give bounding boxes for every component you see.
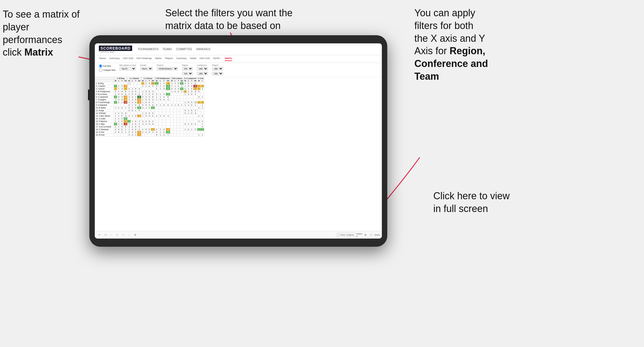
toolbar-undo[interactable]: ↩ <box>97 233 101 237</box>
cell-9-2: 0 <box>121 107 124 109</box>
compact-view-option[interactable]: Compact View <box>99 68 115 72</box>
max-players-select[interactable]: Top 25 <box>119 67 136 70</box>
sh-w2: W <box>128 80 131 82</box>
cell-16-12 <box>155 126 159 128</box>
cell-9-10: 0 <box>148 107 151 109</box>
nav-teams[interactable]: TEAMS <box>162 48 172 51</box>
cell-4-18 <box>177 93 180 96</box>
tab-matrix2[interactable]: Matrix <box>225 57 232 61</box>
cell-18-21 <box>187 131 190 134</box>
full-view-option[interactable]: Full View <box>99 64 115 68</box>
cell-18-2: 0 <box>121 131 124 134</box>
view-original-button[interactable]: □ View: Original <box>337 233 355 237</box>
cell-4-24 <box>197 93 201 96</box>
tab-detail[interactable]: Detail <box>190 57 196 61</box>
players-select2[interactable]: (All) <box>212 72 223 75</box>
watch-button[interactable]: Watch ▾ <box>357 233 361 237</box>
cell-10-16 <box>170 109 174 112</box>
tab-summary[interactable]: Summary <box>109 57 120 61</box>
fullscreen-icon[interactable]: ⛶ <box>369 233 373 237</box>
sh-w7: W <box>197 80 201 82</box>
cell-16-18 <box>177 126 180 128</box>
cell-5-25: 1 <box>201 96 204 98</box>
cell-17-15: -10 <box>166 128 170 131</box>
tab-players[interactable]: Players <box>165 57 173 61</box>
cell-8-24 <box>197 104 201 107</box>
cell-2-7: 0 <box>137 88 141 90</box>
tab-summary2[interactable]: Summary <box>176 57 187 61</box>
cell-14-24: 2 <box>197 120 201 123</box>
grid-icon[interactable]: ⊞ <box>363 233 367 237</box>
cell-17-11: -11 <box>151 128 155 131</box>
sh-l3: L <box>144 80 148 82</box>
players-select[interactable]: (All) <box>212 67 223 70</box>
cell-6-5: 2 <box>131 98 134 101</box>
cell-2-4: 0 <box>128 88 131 90</box>
tab-h2h-grid2[interactable]: H2H Grid <box>200 57 210 61</box>
cell-10-14 <box>162 109 166 112</box>
full-view-radio[interactable] <box>99 64 102 68</box>
conference-select[interactable]: (All) <box>197 67 208 70</box>
cell-6-13: 0 <box>158 98 162 101</box>
cell-12-24: 1 <box>197 115 201 117</box>
cell-12-18 <box>177 115 180 117</box>
division-select[interactable]: NCAA Division I <box>157 67 178 70</box>
cell-16-1: 1 <box>117 126 121 128</box>
cell-2-22: 0 <box>190 88 193 90</box>
conference-select2[interactable]: (All) <box>197 72 208 75</box>
toolbar-back[interactable]: ← <box>109 233 113 237</box>
cell-18-15: 13 <box>166 131 170 134</box>
cell-4-10: 0 <box>148 93 151 96</box>
tab-h2hh[interactable]: H2HH... <box>213 57 222 61</box>
gender-select[interactable]: Men's <box>140 67 153 70</box>
cell-18-24 <box>197 131 201 134</box>
cell-2-1: 1 <box>117 88 121 90</box>
sh-d5: Dif <box>180 80 184 82</box>
cell-6-1: 0 <box>117 98 121 101</box>
compact-view-radio[interactable] <box>99 68 102 72</box>
cell-2-16: 0 <box>170 88 174 90</box>
annotation-bottom-right: Click here to view in full screen <box>433 190 510 215</box>
cell-18-8: 2 <box>141 131 144 134</box>
nav-committee[interactable]: COMMITTEE <box>176 48 192 51</box>
cell-2-23: 3 <box>193 88 197 90</box>
player-name-13: 14. J Lundin <box>95 117 114 120</box>
cell-8-6: 0 <box>134 104 137 107</box>
cell-15-10: 0 <box>148 123 151 126</box>
tab-matrix[interactable]: Matrix <box>155 57 162 61</box>
header-col2: 2. L Clanton <box>128 77 141 80</box>
toolbar-plus[interactable]: + <box>121 233 125 237</box>
cell-19-1 <box>117 134 121 136</box>
cell-3-13 <box>158 90 162 93</box>
cell-6-10: 0 <box>148 98 151 101</box>
tab-h2h-grid[interactable]: H2H Grid <box>123 57 133 61</box>
cell-13-25 <box>201 117 204 120</box>
toolbar-share-small[interactable]: ⤴ <box>115 233 119 237</box>
tab-teams[interactable]: Teams <box>99 57 106 61</box>
cell-12-7: -19 <box>137 115 141 117</box>
cell-16-10 <box>148 126 151 128</box>
region-select2[interactable]: N/A <box>182 72 193 75</box>
toolbar-redo[interactable]: ↪ <box>103 233 107 237</box>
toolbar-settings[interactable]: ⚙ <box>133 233 137 237</box>
cell-2-25: 2 <box>201 88 204 90</box>
sh-d4: Dif <box>166 80 170 82</box>
nav-tournaments[interactable]: TOURNAMENTS <box>138 48 158 51</box>
player-name-11: 12. M Riedel <box>95 112 114 115</box>
player-name-8: 9. N Gabrelcik <box>95 104 114 107</box>
cell-9-5: 1 <box>131 107 134 109</box>
region-select[interactable]: N/A <box>182 67 193 70</box>
cell-15-6: 0 <box>134 123 137 126</box>
cell-8-13: 1 <box>158 104 162 107</box>
cell-17-5: 3 <box>131 128 134 131</box>
player-name-16: 17. S De La Fuente <box>95 126 114 128</box>
watch-label: Watch ▾ <box>356 233 362 237</box>
cell-2-11 <box>151 88 155 90</box>
share-button[interactable]: Share <box>375 233 379 237</box>
cell-10-12 <box>155 109 159 112</box>
nav-rankings[interactable]: RANKINGS <box>196 48 210 51</box>
toolbar-minus[interactable]: − <box>127 233 131 237</box>
tab-h2h-heatmap[interactable]: H2H Heatmap <box>136 57 152 61</box>
cell-12-22 <box>190 115 193 117</box>
cell-0-0 <box>114 82 117 85</box>
